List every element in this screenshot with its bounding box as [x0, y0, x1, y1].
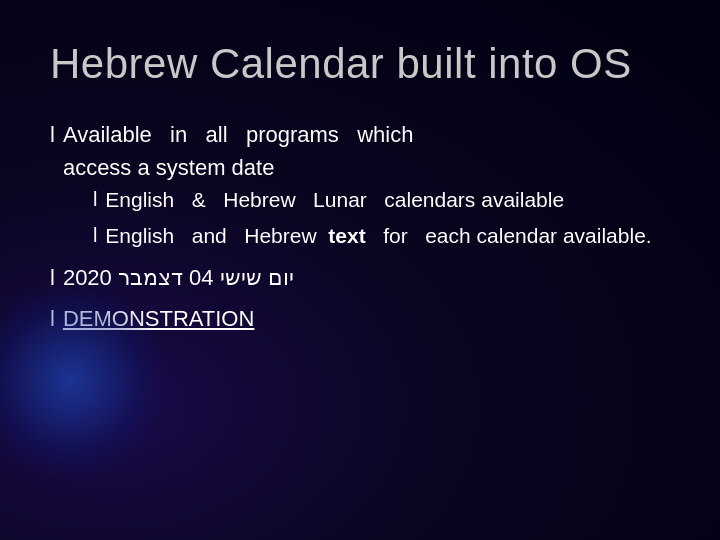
hebrew-date: יום שישי 04 דצמבר 2020 — [63, 265, 294, 290]
bullet-dot-2: l — [50, 261, 55, 294]
sub-dot-2: l — [93, 220, 97, 250]
sub-dot-1: l — [93, 184, 97, 214]
bullet-dot-3: l — [50, 302, 55, 335]
demonstration-link[interactable]: DEMONSTRATION — [63, 302, 670, 335]
bullet-demonstration: l DEMONSTRATION — [50, 302, 670, 335]
bullet-available: l Available in all programs whichaccess … — [50, 118, 670, 255]
bullet-date-text: יום שישי 04 דצמבר 2020 — [63, 261, 670, 294]
bold-text: text — [328, 224, 365, 247]
sub-english-text-content: English and Hebrew text for each calenda… — [105, 220, 670, 252]
slide-title: Hebrew Calendar built into OS — [50, 40, 670, 88]
bullet-available-text: Available in all programs whichaccess a … — [63, 118, 670, 255]
slide: Hebrew Calendar built into OS l Availabl… — [0, 0, 720, 540]
sub-bullet-english-text: l English and Hebrew text for each calen… — [93, 220, 670, 252]
available-text: Available in all programs whichaccess a … — [63, 122, 414, 180]
sub-bullet-english-calendars: l English & Hebrew Lunar calendars avail… — [93, 184, 670, 216]
slide-content: l Available in all programs whichaccess … — [50, 118, 670, 335]
bullet-dot-1: l — [50, 118, 55, 151]
sub-english-calendars-text: English & Hebrew Lunar calendars availab… — [105, 184, 670, 216]
bullet-date: l יום שישי 04 דצמבר 2020 — [50, 261, 670, 294]
